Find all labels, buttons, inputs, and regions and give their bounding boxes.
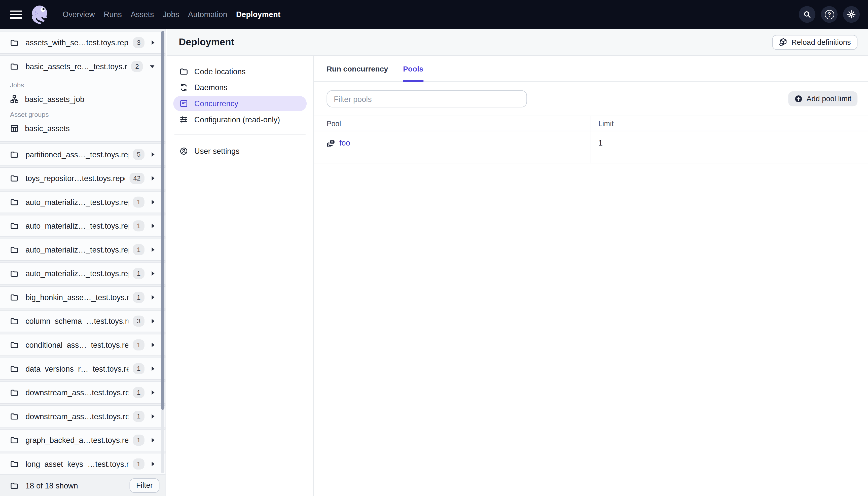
chevron-down-icon[interactable] bbox=[150, 65, 155, 68]
sidebar-repo-block: downstream_ass…test.toys.rep 1 bbox=[0, 382, 165, 404]
sidebar-item-repo[interactable]: toys_repositor…test.toys.repo 42 bbox=[0, 168, 165, 189]
sidebar-scrollbar-thumb[interactable] bbox=[161, 31, 164, 409]
chevron-right-icon[interactable] bbox=[152, 390, 155, 395]
repo-contents: Jobs basic_assets_job Asset groups basic… bbox=[0, 81, 165, 141]
sidebar-item-repo[interactable]: auto_materializ…_test.toys.repo 1 bbox=[0, 191, 165, 213]
sidebar-list: assets_with_se…test.toys.repo 3 basic_as… bbox=[0, 31, 165, 474]
search-button[interactable] bbox=[799, 6, 815, 23]
table-header: Pool Limit bbox=[314, 116, 868, 131]
folder-icon bbox=[10, 317, 19, 326]
nav-item-code-locations[interactable]: Code locations bbox=[173, 64, 306, 79]
folder-icon bbox=[10, 364, 19, 373]
filter-button[interactable]: Filter bbox=[130, 478, 160, 493]
gear-icon bbox=[847, 10, 856, 19]
count-badge: 1 bbox=[133, 411, 144, 422]
tab-pools[interactable]: Pools bbox=[403, 56, 423, 81]
nav-link-deployment[interactable]: Deployment bbox=[236, 10, 281, 19]
chevron-right-icon[interactable] bbox=[152, 343, 155, 347]
sidebar-item-repo-expanded[interactable]: basic_assets_re…_test.toys.repo 2 bbox=[0, 56, 165, 77]
help-icon: ? bbox=[824, 10, 834, 19]
asset-group-label: basic_assets bbox=[25, 124, 70, 133]
asset-sidebar: assets_with_se…test.toys.repo 3 basic_as… bbox=[0, 29, 166, 496]
nav-link[interactable]: Automation bbox=[188, 10, 227, 19]
chevron-right-icon[interactable] bbox=[152, 367, 155, 371]
chevron-right-icon[interactable] bbox=[152, 438, 155, 443]
nav-item-user-settings[interactable]: User settings bbox=[173, 143, 306, 159]
shown-count: 18 of 18 shown bbox=[26, 481, 129, 490]
sidebar-item-repo[interactable]: downstream_ass…test.toys.rep 1 bbox=[0, 406, 165, 427]
nav-item-concurrency[interactable]: Concurrency bbox=[173, 96, 306, 111]
folder-icon bbox=[10, 460, 19, 468]
repo-label: partitioned_ass…_test.toys.rep bbox=[26, 150, 129, 159]
sidebar-item-repo[interactable]: downstream_ass…test.toys.rep 1 bbox=[0, 382, 165, 403]
deployment-nav: Code locations Daemons Concurrency Confi… bbox=[167, 56, 314, 496]
sidebar-item-repo[interactable]: data_versions_r…_test.toys.rep 1 bbox=[0, 358, 165, 379]
count-badge: 1 bbox=[133, 197, 144, 208]
sidebar-item-repo[interactable]: partitioned_ass…_test.toys.rep 5 bbox=[0, 144, 165, 165]
folder-icon bbox=[10, 198, 19, 206]
chevron-right-icon[interactable] bbox=[152, 248, 155, 252]
sidebar-repo-block: graph_backed_a…test.toys.repo 1 bbox=[0, 429, 165, 451]
sidebar-repo-block: assets_with_se…test.toys.repo 3 bbox=[0, 31, 165, 53]
sidebar-job-item[interactable]: basic_assets_job bbox=[0, 92, 165, 106]
pool-cell: foo bbox=[314, 131, 590, 162]
sidebar-item-repo[interactable]: auto_materializ…_test.toys.repo 1 bbox=[0, 263, 165, 284]
count-badge: 1 bbox=[133, 292, 144, 303]
help-button[interactable]: ? bbox=[821, 6, 838, 23]
repo-label: downstream_ass…test.toys.rep bbox=[26, 388, 129, 397]
chevron-right-icon[interactable] bbox=[152, 223, 155, 228]
page-header: Deployment Reload definitions bbox=[167, 29, 868, 56]
sidebar-item-repo[interactable]: conditional_ass…_test.toys.repo 1 bbox=[0, 335, 165, 356]
folder-icon bbox=[10, 340, 19, 349]
folder-icon bbox=[10, 245, 19, 254]
sidebar-item-repo[interactable]: big_honkin_asse…_test.toys.rep 1 bbox=[0, 287, 165, 308]
chevron-right-icon[interactable] bbox=[152, 152, 155, 157]
sidebar-asset-group-item[interactable]: basic_assets bbox=[0, 121, 165, 136]
menu-icon[interactable] bbox=[10, 10, 22, 19]
count-badge: 2 bbox=[131, 61, 143, 72]
sidebar-item-repo[interactable]: auto_materializ…_test.toys.repo 1 bbox=[0, 239, 165, 260]
chevron-right-icon[interactable] bbox=[152, 200, 155, 204]
sidebar-item-repo[interactable]: auto_materializ…_test.toys.repo 1 bbox=[0, 215, 165, 236]
tab-run-concurrency[interactable]: Run concurrency bbox=[327, 56, 388, 81]
sidebar-item-repo[interactable]: column_schema_…test.toys.rep 3 bbox=[0, 311, 165, 332]
nav-item-configuration[interactable]: Configuration (read-only) bbox=[173, 112, 306, 127]
repo-label: assets_with_se…test.toys.repo bbox=[26, 38, 129, 47]
chevron-right-icon[interactable] bbox=[152, 295, 155, 300]
asset-groups-heading: Asset groups bbox=[10, 111, 165, 119]
table-row: foo 1 bbox=[314, 131, 868, 164]
main-area: Deployment Reload definitions Code locat… bbox=[167, 29, 868, 496]
count-badge: 1 bbox=[133, 363, 144, 374]
sidebar-item-repo[interactable]: graph_backed_a…test.toys.repo 1 bbox=[0, 430, 165, 451]
filter-pools-input[interactable] bbox=[327, 90, 527, 107]
nav-item-daemons[interactable]: Daemons bbox=[173, 80, 306, 95]
dagster-logo-icon[interactable] bbox=[29, 3, 51, 26]
nav-link[interactable]: Assets bbox=[131, 10, 154, 19]
chevron-right-icon[interactable] bbox=[152, 462, 155, 466]
jobs-heading: Jobs bbox=[10, 81, 165, 89]
chevron-right-icon[interactable] bbox=[152, 176, 155, 181]
sidebar-item-repo[interactable]: assets_with_se…test.toys.repo 3 bbox=[0, 32, 165, 53]
app-viewport: Overview Runs Assets Jobs Automation Dep… bbox=[0, 0, 868, 496]
limit-cell: 1 bbox=[590, 131, 868, 162]
nav-link[interactable]: Overview bbox=[62, 10, 95, 19]
repo-label: auto_materializ…_test.toys.repo bbox=[26, 269, 129, 278]
reload-definitions-button[interactable]: Reload definitions bbox=[772, 34, 857, 49]
sidebar-scrollbar-track[interactable] bbox=[161, 31, 164, 473]
folder-icon bbox=[10, 269, 19, 278]
settings-button[interactable] bbox=[843, 6, 860, 23]
chevron-right-icon[interactable] bbox=[152, 414, 155, 419]
chevron-right-icon[interactable] bbox=[152, 319, 155, 324]
chevron-right-icon[interactable] bbox=[152, 41, 155, 45]
person-circle-icon bbox=[179, 147, 188, 156]
add-pool-limit-button[interactable]: Add pool limit bbox=[788, 91, 857, 106]
asset-group-icon bbox=[10, 124, 19, 133]
sidebar-repo-block: data_versions_r…_test.toys.rep 1 bbox=[0, 358, 165, 380]
nav-link[interactable]: Runs bbox=[104, 10, 122, 19]
nav-link[interactable]: Jobs bbox=[163, 10, 179, 19]
pool-link[interactable]: foo bbox=[340, 138, 350, 147]
chevron-right-icon[interactable] bbox=[152, 272, 155, 276]
sidebar-item-repo[interactable]: long_asset_keys_…test.toys.rep 1 bbox=[0, 453, 165, 474]
folder-icon bbox=[10, 481, 19, 490]
sidebar-repo-block: column_schema_…test.toys.rep 3 bbox=[0, 310, 165, 332]
